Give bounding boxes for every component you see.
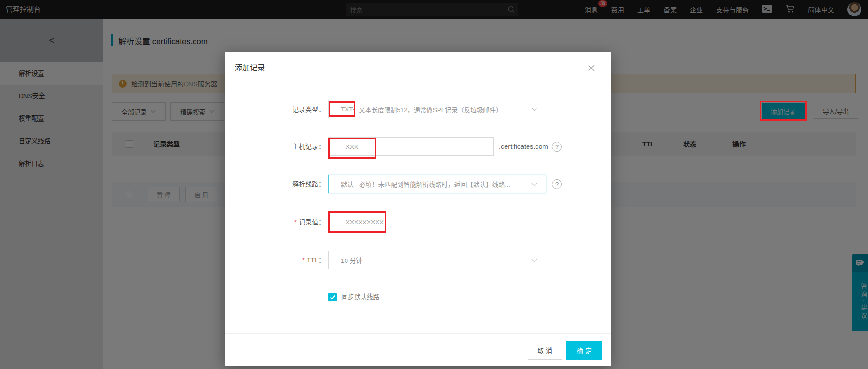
- chevron-down-icon: [531, 257, 537, 264]
- modal-title: 添加记录: [225, 52, 611, 83]
- resolution-line-label: 解析线路：: [225, 175, 325, 193]
- chevron-down-icon: [531, 106, 537, 113]
- close-icon[interactable]: [587, 63, 596, 73]
- sync-default-line-label: 同步默认线路: [341, 293, 379, 301]
- ttl-value: 10 分钟: [341, 255, 362, 265]
- record-type-value-rest: 文本长度限制512，通常做SPF记录（反垃圾邮件）: [359, 105, 502, 114]
- required-asterisk: *: [302, 256, 305, 264]
- checkmark-icon: [330, 295, 336, 300]
- add-record-modal: 添加记录 记录类型： TXT- 文本长度限制512，通常做SPF记录（反垃圾邮件…: [225, 52, 611, 366]
- required-asterisk: *: [294, 218, 297, 226]
- record-type-value-highlight: TXT-: [341, 106, 355, 113]
- chevron-down-icon: [531, 181, 537, 188]
- record-value-label-text: 记录值：: [299, 218, 325, 226]
- host-record-label: 主机记录：: [225, 137, 325, 156]
- app-window: 管理控制台 搜索 消息 39 费用 工单 备案 企业 支持与服务 简体中文: [0, 0, 868, 369]
- line-help-icon[interactable]: ?: [552, 179, 562, 189]
- cancel-button[interactable]: 取 消: [528, 341, 562, 360]
- resolution-line-select[interactable]: 默认 - 必填！未匹配到智能解析线路时，返回【默认】线路...: [328, 175, 546, 193]
- ttl-select[interactable]: 10 分钟: [328, 251, 546, 269]
- host-record-input[interactable]: XXX: [328, 137, 494, 156]
- host-help-icon[interactable]: ?: [552, 142, 562, 152]
- sync-default-line-checkbox[interactable]: [328, 293, 337, 301]
- resolution-line-value: 默认 - 必填！未匹配到智能解析线路时，返回【默认】线路...: [341, 179, 510, 189]
- record-type-label: 记录类型：: [225, 100, 325, 119]
- record-value-input[interactable]: XXXXXXXXX: [328, 213, 546, 231]
- modal-footer-divider: [225, 333, 611, 334]
- confirm-button[interactable]: 确 定: [566, 341, 602, 360]
- ttl-label: *TTL：: [225, 251, 325, 269]
- record-value-label: *记录值：: [225, 213, 325, 231]
- record-type-select[interactable]: TXT- 文本长度限制512，通常做SPF记录（反垃圾邮件）: [328, 100, 546, 118]
- domain-suffix: .certificates.com: [499, 137, 548, 156]
- ttl-label-text: TTL：: [307, 256, 325, 264]
